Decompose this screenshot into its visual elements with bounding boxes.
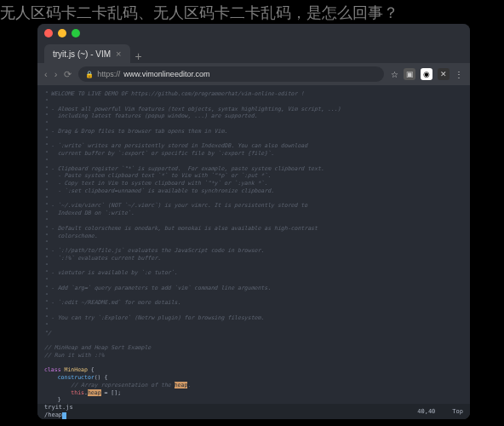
code-line: "	[44, 262, 463, 270]
tab-strip: tryit.js (~) - VIM × +	[37, 43, 470, 63]
code-line: constructor() {	[44, 374, 463, 382]
code-line: " current buffer by `:export` or specifi…	[44, 150, 463, 158]
code-line: " - Almost all powerful Vim features (te…	[44, 106, 463, 113]
code-line	[44, 337, 463, 344]
code-line: " WELCOME TO LIVE DEMO OF https://github…	[44, 90, 463, 98]
code-line: "	[44, 158, 463, 165]
url-prefix: https://	[97, 70, 120, 78]
code-line: " Indexed DB on `:write`.	[44, 210, 463, 217]
code-line: " - `:!/path/to/file.js` evaluates the J…	[44, 247, 463, 255]
code-line: // Run it with :!%	[44, 352, 463, 360]
url-input[interactable]: 🔒 https://www.vimonlineeditor.com	[78, 66, 384, 82]
lock-icon: 🔒	[85, 71, 94, 78]
url-bar: ‹ › ⟳ 🔒 https://www.vimonlineeditor.com …	[37, 63, 470, 85]
back-button[interactable]: ‹	[44, 69, 48, 80]
code-line: " - `~/.vim/vimrc` (NOT `~/.vimrc`) is y…	[44, 202, 463, 210]
browser-window: tryit.js (~) - VIM × + ‹ › ⟳ 🔒 https://w…	[37, 24, 470, 419]
close-icon[interactable]	[44, 29, 53, 37]
cursor-icon	[62, 412, 66, 419]
code-line: class MinHeap {	[44, 366, 463, 374]
code-line: " - Copy text in Vim to system clipboard…	[44, 180, 463, 187]
code-line: "	[44, 239, 463, 247]
reload-button[interactable]: ⟳	[64, 69, 72, 80]
code-line: "	[44, 98, 463, 106]
status-search: /heap	[44, 412, 62, 418]
code-line: " `:!%` evaluates current buffer.	[44, 255, 463, 262]
code-line: " - Paste system clipboard text `*` to V…	[44, 172, 463, 180]
code-line: " - Add `arg=` query parameters to add `…	[44, 285, 463, 292]
code-line: }	[44, 396, 463, 404]
code-line: "	[44, 307, 463, 314]
menu-icon[interactable]: ⋮	[455, 70, 463, 79]
status-filename: tryit.js	[44, 404, 73, 411]
new-tab-button[interactable]: +	[135, 49, 142, 63]
code-line: " - You can try `:Explore` (Netrw plugin…	[44, 314, 463, 322]
traffic-lights	[44, 29, 80, 37]
code-line: " - vimtutor is available by `:e tutor`.	[44, 269, 463, 277]
star-icon[interactable]: ☆	[391, 70, 398, 79]
code-line: " colorscheme.	[44, 233, 463, 240]
code-line: " - `:set clipboard=unnamed` is availabl…	[44, 187, 463, 195]
code-line: " - Drag & Drop files to browser tab ope…	[44, 128, 463, 135]
code-line: "	[44, 135, 463, 143]
url-text: www.vimonlineeditor.com	[123, 70, 209, 78]
code-line: " - `:edit ~/README.md` for more details…	[44, 299, 463, 307]
code-line	[44, 360, 463, 367]
code-line: "	[44, 217, 463, 225]
code-line: " - `:write` writes are persistently sto…	[44, 142, 463, 150]
status-scroll: Top	[452, 408, 463, 415]
minimize-icon[interactable]	[58, 29, 66, 37]
forward-button[interactable]: ›	[54, 69, 58, 80]
titlebar	[37, 24, 470, 43]
background-text: 无人区码卡二卡乱码、无人区码卡二卡乱码，是怎么回事？	[0, 2, 398, 25]
code-line: "	[44, 277, 463, 285]
code-line: "/	[44, 330, 463, 337]
code-line: "	[44, 195, 463, 203]
code-line: this.heap = [];	[44, 389, 463, 397]
code-line: "	[44, 322, 463, 330]
code-line: " - Default colorscheme is onedark, but …	[44, 225, 463, 233]
tab-active[interactable]: tryit.js (~) - VIM ×	[44, 44, 130, 63]
code-line: "	[44, 120, 463, 128]
code-line: // MinHeap and Heap Sort Example	[44, 344, 463, 352]
vim-statusbar: tryit.js /heap 40,40 Top	[37, 404, 470, 419]
extension-icon-3[interactable]: ✕	[438, 68, 450, 80]
tab-title: tryit.js (~) - VIM	[53, 49, 111, 59]
code-line: " - Clipboard register `"*` is supported…	[44, 165, 463, 173]
code-line: " including latest features (popup windo…	[44, 112, 463, 120]
extension-icon-1[interactable]: ▣	[404, 68, 415, 80]
code-line: // Array representation of the heap.	[44, 382, 463, 389]
extension-icon-2[interactable]: ◉	[421, 68, 432, 80]
vim-editor[interactable]: " WELCOME TO LIVE DEMO OF https://github…	[37, 85, 470, 419]
maximize-icon[interactable]	[72, 29, 80, 37]
code-line: "	[44, 292, 463, 300]
tab-close-icon[interactable]: ×	[116, 49, 121, 59]
status-position: 40,40	[417, 408, 435, 415]
